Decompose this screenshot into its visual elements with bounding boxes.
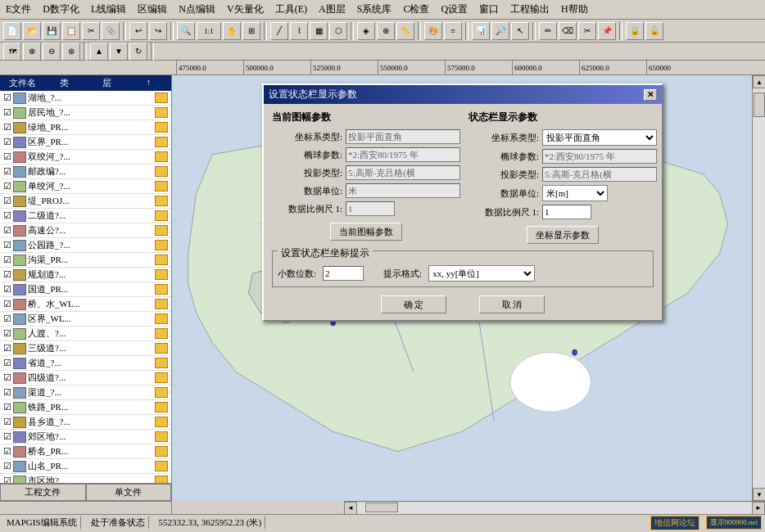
tb-draw3[interactable]: ▦: [310, 22, 328, 40]
coord-type-input-left[interactable]: [346, 129, 460, 144]
tb2-layer-down[interactable]: ▼: [110, 43, 128, 61]
tb2-zoom-all[interactable]: 🗺: [3, 43, 21, 61]
tb2-zoom-out[interactable]: ⊖: [43, 43, 61, 61]
sidebar-item[interactable]: ☑ 山名_PR...: [0, 459, 171, 474]
tb-search[interactable]: 🔎: [491, 22, 509, 40]
menu-help[interactable]: H帮助: [559, 2, 591, 17]
tb-paste[interactable]: 📌: [598, 22, 616, 40]
tb-new[interactable]: 📄: [3, 22, 21, 40]
tb-select[interactable]: ↖: [511, 22, 529, 40]
tb-draw1[interactable]: ╱: [270, 22, 288, 40]
menu-file[interactable]: E文件: [3, 2, 34, 17]
sidebar-item[interactable]: ☑ 省道_?...: [0, 356, 171, 371]
vscroll-thumb[interactable]: [754, 92, 765, 117]
tb-node[interactable]: ◈: [357, 22, 375, 40]
tb-open[interactable]: 📂: [23, 22, 41, 40]
tb-hand[interactable]: ✋: [223, 22, 241, 40]
tb-style[interactable]: ≡: [444, 22, 462, 40]
tb-cut[interactable]: ✂: [578, 22, 596, 40]
tb-scale[interactable]: 1:1: [197, 22, 221, 40]
tb-lock[interactable]: 🔒: [626, 22, 644, 40]
format-select[interactable]: xx, yy[单位] xx, yy x=xx, y=yy: [428, 265, 535, 282]
tb-unlock[interactable]: 🔓: [645, 22, 663, 40]
tb-undo[interactable]: ↩: [129, 22, 147, 40]
menu-settings[interactable]: Q设置: [438, 2, 470, 17]
sidebar-item[interactable]: ☑ 绿地_PR...: [0, 120, 171, 135]
sidebar-item[interactable]: ☑ 堤_PROJ...: [0, 194, 171, 209]
tab-project-file[interactable]: 工程文件: [0, 484, 86, 501]
sidebar-item[interactable]: ☑ 市区地?...: [0, 474, 171, 483]
menu-layer[interactable]: A图层: [316, 2, 348, 17]
tab-single-file[interactable]: 单文件: [86, 484, 172, 501]
btn-current-params[interactable]: 当前图幅参数: [330, 223, 402, 241]
tb-btn10[interactable]: ⊞: [242, 22, 260, 40]
sidebar-item[interactable]: ☑ 四级道?...: [0, 371, 171, 385]
tb-redo[interactable]: ↪: [149, 22, 167, 40]
tb-snap[interactable]: ⊕: [377, 22, 395, 40]
btn-coord-display[interactable]: 坐标显示参数: [527, 226, 599, 244]
sidebar-item[interactable]: ☑ 双绞河_?...: [0, 150, 171, 165]
sidebar-item[interactable]: ☑ 区界_WL...: [0, 312, 171, 327]
menu-tools[interactable]: 工具(E): [273, 2, 310, 17]
btn-cancel[interactable]: 取 消: [479, 295, 545, 313]
vscroll-track[interactable]: [753, 88, 765, 488]
sidebar-item[interactable]: ☑ 公园路_?...: [0, 238, 171, 253]
menu-check[interactable]: C检查: [401, 2, 432, 17]
sidebar-item[interactable]: ☑ 居民地_?...: [0, 106, 171, 120]
hscroll-thumb[interactable]: [365, 503, 398, 512]
tb2-refresh[interactable]: ↻: [129, 43, 147, 61]
tb-erase[interactable]: ⌫: [559, 22, 577, 40]
sidebar-item[interactable]: ☑ 郊区地?...: [0, 430, 171, 444]
sidebar-item[interactable]: ☑ 三级道?...: [0, 341, 171, 356]
tb-btn4[interactable]: ✂: [82, 22, 100, 40]
dialog-close-button[interactable]: ✕: [644, 89, 657, 101]
map-area[interactable]: 3500000 3000000 设置状态栏显示参数 ✕ 当前图幅参数 坐标系类型…: [172, 75, 752, 501]
tb2-layer-up[interactable]: ▲: [90, 43, 108, 61]
hscroll-left[interactable]: ◄: [344, 502, 357, 515]
menu-syslib[interactable]: S系统库: [355, 2, 395, 17]
tb-zoom-in[interactable]: 🔍: [177, 22, 195, 40]
scale-input-left[interactable]: [346, 201, 395, 216]
sidebar-item[interactable]: ☑ 二级道?...: [0, 209, 171, 223]
menu-point-edit[interactable]: N点编辑: [176, 2, 218, 17]
unit-input-left[interactable]: [346, 183, 460, 198]
tb-measure[interactable]: 📏: [396, 22, 414, 40]
sidebar-item[interactable]: ☑ 邮政编?...: [0, 165, 171, 179]
tb-btn5[interactable]: 📎: [102, 22, 120, 40]
menu-line-edit[interactable]: L线编辑: [88, 2, 129, 17]
dialog-title-bar[interactable]: 设置状态栏显示参数 ✕: [264, 85, 662, 104]
decimal-input[interactable]: [323, 266, 364, 281]
tb-draw2[interactable]: ⌇: [290, 22, 308, 40]
tb-pen[interactable]: ✏: [539, 22, 557, 40]
coord-type-select-right[interactable]: 投影平面直角: [542, 129, 657, 146]
scale-input-right[interactable]: [542, 205, 591, 219]
menu-window[interactable]: 窗口: [477, 2, 501, 17]
sidebar-item[interactable]: ☑ 县乡道_?...: [0, 415, 171, 430]
proj-input-left[interactable]: [346, 165, 460, 180]
unit-select-right[interactable]: 米[m] 千米: [542, 185, 608, 201]
tb2-zoom-in2[interactable]: ⊕: [23, 43, 41, 61]
vscroll-up[interactable]: ▲: [753, 75, 765, 88]
tb-draw4[interactable]: ⬡: [329, 22, 347, 40]
tb-save[interactable]: 💾: [43, 22, 61, 40]
sidebar-item[interactable]: ☑ 桥名_PR...: [0, 444, 171, 459]
proj-input-right[interactable]: [542, 167, 657, 182]
sidebar-item[interactable]: ☑ 湖地_?...: [0, 91, 171, 106]
sidebar-item[interactable]: ☑ 高速公?...: [0, 223, 171, 238]
btn-ok[interactable]: 确 定: [381, 295, 446, 313]
menu-area-edit[interactable]: 区编辑: [135, 2, 170, 17]
hscroll-track[interactable]: [357, 503, 752, 514]
sidebar-item[interactable]: ☑ 铁路_PR...: [0, 400, 171, 415]
sidebar-item[interactable]: ☑ 桥、水_WL...: [0, 297, 171, 312]
sidebar-item[interactable]: ☑ 沟渠_PR...: [0, 253, 171, 268]
ellipse-input-left[interactable]: [346, 147, 460, 162]
tb-color[interactable]: 🎨: [424, 22, 442, 40]
sidebar-item[interactable]: ☑ 渠道_?...: [0, 385, 171, 400]
tb2-pan[interactable]: ⊛: [62, 43, 80, 61]
sidebar-item[interactable]: ☑ 规划道?...: [0, 268, 171, 282]
ellipse-input-right[interactable]: [542, 149, 657, 164]
tb-btn3[interactable]: 📋: [62, 22, 80, 40]
tb-attr[interactable]: 📊: [472, 22, 490, 40]
menu-export[interactable]: 工程输出: [508, 2, 552, 17]
sidebar-item[interactable]: ☑ 单绞河_?...: [0, 179, 171, 194]
